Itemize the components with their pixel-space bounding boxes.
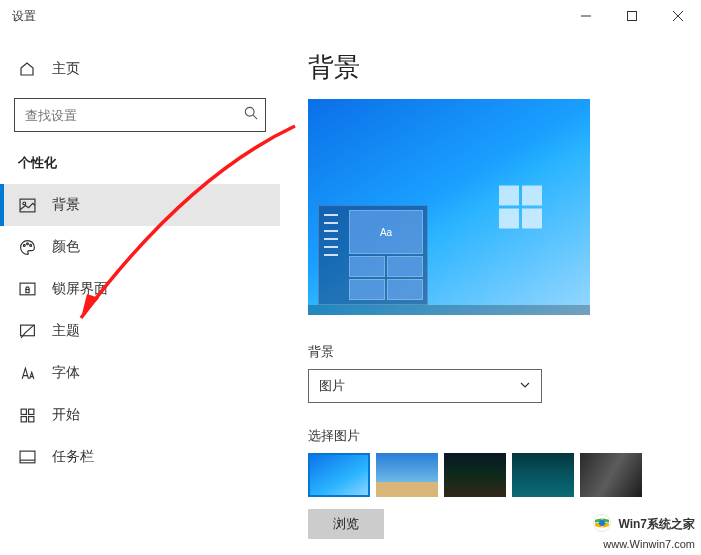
nav-label: 字体: [52, 364, 80, 382]
desktop-preview: Aa: [308, 99, 590, 315]
windows-logo-icon: [499, 186, 542, 229]
preview-tile-sample: Aa: [349, 210, 423, 254]
page-title: 背景: [308, 50, 673, 85]
window-title: 设置: [12, 8, 36, 25]
svg-point-8: [23, 244, 25, 246]
nav-item-background[interactable]: 背景: [0, 184, 280, 226]
preview-taskbar: [308, 305, 590, 315]
svg-rect-15: [28, 409, 33, 414]
home-link[interactable]: 主页: [0, 52, 280, 86]
svg-rect-6: [20, 199, 35, 212]
thumbnail-3[interactable]: [444, 453, 506, 497]
svg-rect-12: [25, 289, 28, 292]
fonts-icon: [18, 365, 36, 382]
nav-label: 开始: [52, 406, 80, 424]
svg-rect-16: [21, 416, 26, 421]
watermark: Win7系统之家 www.Winwin7.com: [593, 514, 695, 551]
svg-rect-18: [20, 451, 35, 463]
watermark-line1: Win7系统之家: [618, 518, 695, 532]
thumbnail-4[interactable]: [512, 453, 574, 497]
sidebar: 主页 个性化 背景 颜色 锁屏界面 主题: [0, 32, 280, 555]
svg-point-10: [29, 244, 31, 246]
themes-icon: [18, 323, 36, 340]
thumbnail-5[interactable]: [580, 453, 642, 497]
nav-item-colors[interactable]: 颜色: [0, 226, 280, 268]
nav-label: 主题: [52, 322, 80, 340]
home-label: 主页: [52, 60, 80, 78]
svg-point-22: [599, 520, 605, 526]
svg-rect-17: [28, 416, 33, 421]
nav-label: 背景: [52, 196, 80, 214]
nav-label: 锁屏界面: [52, 280, 108, 298]
search-icon: [244, 106, 258, 124]
close-button[interactable]: [655, 0, 701, 32]
svg-rect-1: [628, 12, 637, 21]
nav-label: 颜色: [52, 238, 80, 256]
nav-item-start[interactable]: 开始: [0, 394, 280, 436]
svg-rect-14: [21, 409, 26, 414]
nav-item-taskbar[interactable]: 任务栏: [0, 436, 280, 478]
search-input[interactable]: [14, 98, 266, 132]
title-bar: 设置: [0, 0, 701, 32]
chevron-down-icon: [519, 379, 531, 394]
picture-thumbnails: [308, 453, 673, 497]
nav-label: 任务栏: [52, 448, 94, 466]
maximize-button[interactable]: [609, 0, 655, 32]
watermark-line2: www.Winwin7.com: [593, 537, 695, 551]
dropdown-value: 图片: [319, 377, 345, 395]
window-controls: [563, 0, 701, 32]
palette-icon: [18, 239, 36, 256]
watermark-logo-icon: [593, 514, 611, 537]
choose-picture-label: 选择图片: [308, 427, 673, 445]
preview-start-menu: Aa: [318, 205, 428, 305]
nav-item-lockscreen[interactable]: 锁屏界面: [0, 268, 280, 310]
nav-item-themes[interactable]: 主题: [0, 310, 280, 352]
background-type-dropdown[interactable]: 图片: [308, 369, 542, 403]
svg-point-4: [245, 107, 254, 116]
lockscreen-icon: [18, 281, 36, 298]
picture-icon: [18, 197, 36, 214]
section-title: 个性化: [18, 154, 280, 172]
search-box[interactable]: [14, 98, 266, 132]
taskbar-icon: [18, 449, 36, 466]
background-field-label: 背景: [308, 343, 673, 361]
nav-list: 背景 颜色 锁屏界面 主题 字体 开始: [0, 184, 280, 478]
start-icon: [18, 407, 36, 424]
minimize-button[interactable]: [563, 0, 609, 32]
svg-point-7: [22, 201, 25, 204]
thumbnail-2[interactable]: [376, 453, 438, 497]
svg-line-5: [253, 115, 257, 119]
svg-point-9: [26, 242, 28, 244]
nav-item-fonts[interactable]: 字体: [0, 352, 280, 394]
browse-button[interactable]: 浏览: [308, 509, 384, 539]
thumbnail-1[interactable]: [308, 453, 370, 497]
home-icon: [18, 61, 36, 77]
main-content: 背景 Aa 背景 图片 选择图片 浏览: [280, 32, 701, 555]
